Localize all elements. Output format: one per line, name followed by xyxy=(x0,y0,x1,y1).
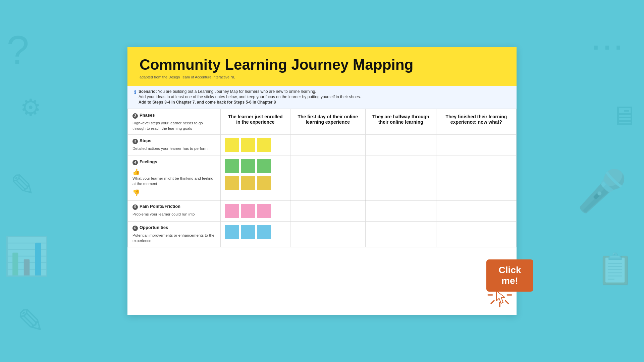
feelings-number: 4 xyxy=(132,160,138,165)
phases-title: Phases xyxy=(140,113,155,118)
sticky-note[interactable] xyxy=(241,138,255,152)
phases-desc: High-level steps your learner needs to g… xyxy=(132,120,216,131)
svg-line-5 xyxy=(505,301,508,304)
thumbs-down-container: 👎 xyxy=(132,189,216,196)
sticky-note[interactable] xyxy=(225,204,239,218)
click-me-button[interactable]: Click me! xyxy=(486,259,533,292)
feelings-phase2-area[interactable] xyxy=(290,156,365,200)
page-title: Community Learning Journey Mapping xyxy=(140,56,504,73)
pain-phase3-area[interactable] xyxy=(365,200,436,222)
pain-points-number: 5 xyxy=(132,204,138,210)
info-line2: Add your ideas to at least one of the st… xyxy=(139,95,361,99)
feelings-stickies-green xyxy=(225,159,286,173)
feelings-phase3-area[interactable] xyxy=(365,156,436,200)
steps-label-cell: 3 Steps Detailed actions your learner ha… xyxy=(128,135,221,156)
feelings-phase1-area[interactable] xyxy=(221,156,290,200)
feelings-desc: What your learner might be thinking and … xyxy=(132,176,216,186)
feelings-row: 4 Feelings 👍 What your learner might be … xyxy=(128,156,517,200)
sticky-note[interactable] xyxy=(241,176,255,190)
page-header: Community Learning Journey Mapping adapt… xyxy=(127,47,517,86)
sticky-note[interactable] xyxy=(225,138,239,152)
sticky-note[interactable] xyxy=(257,159,271,173)
sticky-note[interactable] xyxy=(257,225,271,239)
steps-phase4-area[interactable] xyxy=(436,135,516,156)
feelings-label-cell: 4 Feelings 👍 What your learner might be … xyxy=(128,156,221,200)
svg-line-7 xyxy=(491,301,494,304)
sticky-note[interactable] xyxy=(241,225,255,239)
thumbs-down-icon: 👎 xyxy=(132,189,216,196)
steps-number: 3 xyxy=(132,139,138,144)
info-icon: ℹ xyxy=(134,89,136,95)
steps-row: 3 Steps Detailed actions your learner ha… xyxy=(128,135,517,156)
pain-points-title: Pain Points/Friction xyxy=(140,204,180,209)
steps-phase2-area[interactable] xyxy=(290,135,365,156)
sticky-note[interactable] xyxy=(225,225,239,239)
steps-phase3-area[interactable] xyxy=(365,135,436,156)
phase-1-header[interactable]: The learner just enrolled in the experie… xyxy=(221,109,290,135)
info-line3: Add to Steps 3-4 in Chapter 7, and come … xyxy=(139,100,276,105)
feelings-title: Feelings xyxy=(140,159,157,164)
subtitle: adapted from the Design Team of Accentur… xyxy=(140,75,504,79)
opp-stickies xyxy=(225,225,286,239)
pain-points-row: 5 Pain Points/Friction Problems your lea… xyxy=(128,200,517,222)
thumbs-up-icon: 👍 xyxy=(132,168,216,176)
opp-phase2-area[interactable] xyxy=(290,222,365,247)
phase-4-header[interactable]: They finished their learning experience:… xyxy=(436,109,516,135)
phases-label-cell: 2 Phases High-level steps your learner n… xyxy=(128,109,221,135)
opportunities-number: 6 xyxy=(132,226,138,231)
thumbs-container: 👍 xyxy=(132,168,216,176)
pain-phase4-area[interactable] xyxy=(436,200,516,222)
opportunities-row: 6 Opportunities Potential improvements o… xyxy=(128,222,517,247)
phases-number: 2 xyxy=(132,113,138,119)
pain-phase2-area[interactable] xyxy=(290,200,365,222)
opportunities-desc: Potential improvements or enhancements t… xyxy=(132,233,216,243)
opportunities-label-cell: 6 Opportunities Potential improvements o… xyxy=(128,222,221,247)
sticky-note[interactable] xyxy=(225,176,239,190)
sticky-note[interactable] xyxy=(241,159,255,173)
info-bar: ℹ Scenario: You are building out a Learn… xyxy=(127,86,517,109)
feelings-stickies-orange xyxy=(225,176,286,190)
opportunities-title: Opportunities xyxy=(140,225,168,230)
click-me-container: Click me! xyxy=(486,282,523,305)
info-text: Scenario: You are building out a Learnin… xyxy=(139,89,361,105)
steps-desc: Detailed actions your learner has to per… xyxy=(132,146,216,151)
phase-3-header[interactable]: They are halfway through their online le… xyxy=(365,109,436,135)
opp-phase4-area[interactable] xyxy=(436,222,516,247)
steps-phase1-area[interactable] xyxy=(221,135,290,156)
scenario-text: You are building out a Learning Journey … xyxy=(158,89,316,94)
opp-phase3-area[interactable] xyxy=(365,222,436,247)
steps-stickies xyxy=(225,138,286,152)
scenario-label: Scenario: xyxy=(139,89,157,94)
phase-2-header[interactable]: The first day of their online learning e… xyxy=(290,109,365,135)
sticky-note[interactable] xyxy=(257,204,271,218)
sticky-note[interactable] xyxy=(241,204,255,218)
pain-points-desc: Problems your learner could run into xyxy=(132,212,216,217)
sticky-note[interactable] xyxy=(257,138,271,152)
steps-title: Steps xyxy=(140,138,151,143)
pain-phase1-area[interactable] xyxy=(221,200,290,222)
opp-phase1-area[interactable] xyxy=(221,222,290,247)
journey-table: 2 Phases High-level steps your learner n… xyxy=(127,109,517,247)
main-card: Community Learning Journey Mapping adapt… xyxy=(127,47,517,315)
pain-points-label-cell: 5 Pain Points/Friction Problems your lea… xyxy=(128,200,221,222)
svg-marker-8 xyxy=(496,291,505,303)
phases-header-row: 2 Phases High-level steps your learner n… xyxy=(128,109,517,135)
sticky-note[interactable] xyxy=(225,159,239,173)
pain-stickies xyxy=(225,204,286,218)
sticky-note[interactable] xyxy=(257,176,271,190)
feelings-phase4-area[interactable] xyxy=(436,156,516,200)
